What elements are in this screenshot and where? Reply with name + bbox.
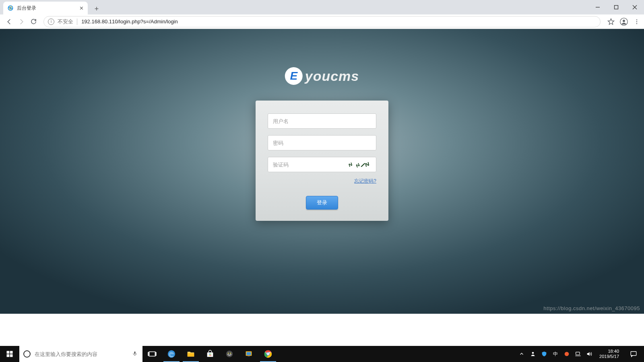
windows-taskbar: 中 18:40 2019/5/17 xyxy=(0,346,644,362)
taskbar-clock[interactable]: 18:40 2019/5/17 xyxy=(597,349,621,359)
logo-text: youcms xyxy=(305,68,359,84)
svg-rect-38 xyxy=(576,352,580,355)
logo-badge: E xyxy=(285,67,303,85)
svg-rect-31 xyxy=(247,352,251,355)
forgot-password-row: 忘记密码? xyxy=(268,178,376,185)
svg-point-8 xyxy=(623,20,625,22)
security-label: 不安全 xyxy=(58,18,73,25)
taskbar-app1-icon[interactable] xyxy=(220,346,239,362)
taskbar-search-input[interactable] xyxy=(35,351,132,357)
svg-point-36 xyxy=(532,352,534,354)
svg-rect-26 xyxy=(210,355,211,356)
login-card: NN/N 忘记密码? 登录 xyxy=(256,101,388,221)
taskbar-store-icon[interactable] xyxy=(200,346,220,362)
svg-rect-22 xyxy=(207,352,213,357)
svg-point-9 xyxy=(636,19,637,20)
svg-rect-32 xyxy=(248,356,250,357)
window-controls xyxy=(588,0,644,14)
action-center-icon[interactable] xyxy=(625,350,642,358)
svg-rect-23 xyxy=(209,354,210,354)
ie-favicon-icon xyxy=(7,5,14,11)
browser-tab-strip: 后台登录 ✕ + xyxy=(0,0,644,14)
tray-quickconnect-icon[interactable] xyxy=(563,350,570,358)
svg-rect-39 xyxy=(631,352,636,356)
tray-ime-indicator[interactable]: 中 xyxy=(552,350,559,358)
site-info-icon[interactable]: i xyxy=(48,19,54,25)
svg-point-27 xyxy=(226,351,233,358)
system-tray: 中 18:40 2019/5/17 xyxy=(518,346,644,362)
task-view-button[interactable] xyxy=(142,346,162,362)
window-minimize-button[interactable] xyxy=(588,0,607,14)
tray-volume-icon[interactable] xyxy=(586,350,593,358)
clock-date: 2019/5/17 xyxy=(599,354,619,359)
svg-marker-6 xyxy=(608,19,614,24)
svg-rect-13 xyxy=(10,351,13,354)
svg-point-29 xyxy=(230,353,231,354)
username-field-wrapper xyxy=(268,113,376,129)
taskbar-explorer-icon[interactable] xyxy=(181,346,200,362)
captcha-image[interactable]: NN/N xyxy=(327,159,371,170)
taskbar-edge-icon[interactable] xyxy=(162,346,181,362)
svg-rect-21 xyxy=(188,353,194,356)
svg-rect-16 xyxy=(134,351,136,354)
svg-point-37 xyxy=(565,352,569,356)
clock-time: 18:40 xyxy=(599,349,619,354)
svg-rect-14 xyxy=(7,354,10,357)
tab-close-icon[interactable]: ✕ xyxy=(79,5,84,11)
nav-back-button[interactable] xyxy=(3,16,15,28)
taskbar-search[interactable] xyxy=(19,346,142,362)
page-content: E youcms NN/N 忘记密码? 登录 https://blog.csdn… xyxy=(0,29,644,314)
svg-point-35 xyxy=(267,353,269,355)
bookmark-star-icon[interactable] xyxy=(607,18,615,26)
svg-rect-15 xyxy=(10,354,13,357)
password-input[interactable] xyxy=(273,136,371,150)
tray-defender-icon[interactable] xyxy=(541,350,548,358)
profile-avatar-icon[interactable] xyxy=(620,18,628,26)
tab-title: 后台登录 xyxy=(17,5,79,12)
taskbar-chrome-icon[interactable] xyxy=(258,346,278,362)
svg-rect-12 xyxy=(7,351,10,354)
password-field-wrapper xyxy=(268,135,376,150)
nav-reload-button[interactable] xyxy=(27,16,39,28)
browser-tab[interactable]: 后台登录 ✕ xyxy=(3,2,88,14)
address-bar[interactable]: i 不安全 │ 192.168.80.110/login.php?s=/Admi… xyxy=(43,16,601,27)
brand-logo: E youcms xyxy=(285,67,359,85)
url-text: 192.168.80.110/login.php?s=/Admin/login xyxy=(81,19,178,25)
svg-rect-3 xyxy=(615,6,618,9)
svg-point-28 xyxy=(228,353,229,354)
login-submit-button[interactable]: 登录 xyxy=(306,196,338,210)
svg-rect-25 xyxy=(209,355,210,356)
svg-point-10 xyxy=(636,21,637,22)
window-maximize-button[interactable] xyxy=(607,0,625,14)
window-close-button[interactable] xyxy=(625,0,644,14)
mic-icon[interactable] xyxy=(132,351,138,358)
taskbar-app2-icon[interactable] xyxy=(239,346,258,362)
new-tab-button[interactable]: + xyxy=(91,3,102,14)
svg-rect-24 xyxy=(210,354,211,354)
captcha-input[interactable] xyxy=(273,157,327,172)
tray-people-icon[interactable] xyxy=(529,350,537,358)
tray-chevron-up-icon[interactable] xyxy=(518,350,525,358)
tray-network-icon[interactable] xyxy=(574,350,582,358)
svg-point-11 xyxy=(636,23,637,24)
browser-toolbar: i 不安全 │ 192.168.80.110/login.php?s=/Admi… xyxy=(0,14,644,29)
svg-rect-17 xyxy=(149,352,156,356)
start-button[interactable] xyxy=(0,346,19,362)
watermark-text: https://blog.csdn.net/weixin_43670095 xyxy=(543,305,640,311)
forgot-password-link[interactable]: 忘记密码? xyxy=(354,178,376,184)
cortana-icon xyxy=(23,350,31,358)
username-input[interactable] xyxy=(273,114,371,128)
kebab-menu-icon[interactable] xyxy=(633,18,641,26)
nav-forward-button[interactable] xyxy=(15,16,27,28)
